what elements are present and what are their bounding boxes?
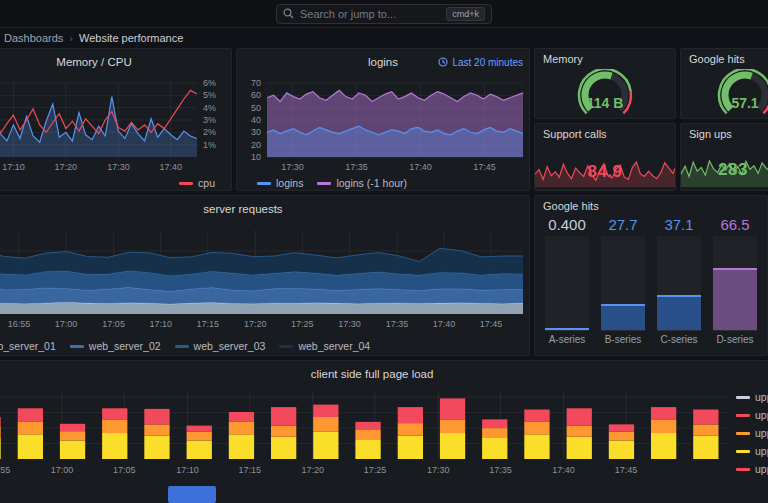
x-axis-label: 17:10 — [2, 162, 25, 172]
client-load-chart[interactable]: 16:5517:0017:0517:1017:1517:2017:2517:30… — [0, 387, 768, 487]
legend-item-upper_75[interactable]: upper_75 — [736, 427, 768, 439]
y-axis-label: 10 — [251, 152, 261, 162]
x-axis-label: 17:30 — [338, 319, 361, 329]
panel-title-support-calls[interactable]: Support calls — [535, 124, 675, 144]
x-axis-label: 17:00 — [55, 319, 78, 329]
memory-cpu-chart[interactable]: 1%2%3%4%5%6%17:0017:1017:2017:3017:40 — [0, 75, 232, 175]
logins-chart[interactable]: 1020304050607017:3017:3517:4017:45 — [237, 75, 530, 175]
bar-segment-upper_25 — [482, 438, 507, 459]
bar-gauge-value: 0.400 — [545, 216, 589, 236]
legend-item-web_server_01[interactable]: web_server_01 — [0, 340, 56, 352]
bar-segment-upper_50 — [313, 417, 338, 432]
panel-title-memory-cpu[interactable]: Memory / CPU — [0, 49, 231, 75]
bar-segment-upper_25 — [187, 441, 212, 460]
bar-segment-upper_25 — [60, 441, 85, 460]
bar-gauge-column-A-series[interactable]: 0.400A-series — [545, 216, 589, 347]
x-axis-label: 16:55 — [0, 465, 10, 475]
panel-client-load: client side full page load 16:5517:0017:… — [0, 360, 768, 503]
panel-title-text: logins — [368, 56, 398, 68]
x-axis-label: 17:40 — [160, 162, 183, 172]
y-axis-label: 60 — [251, 90, 261, 100]
bar-segment-upper_25 — [609, 441, 634, 460]
bar-segment-upper_75 — [355, 422, 380, 429]
legend-item-web_server_03[interactable]: web_server_03 — [175, 340, 266, 352]
bar-segment-upper_25 — [229, 434, 254, 459]
legend-swatch — [175, 345, 189, 348]
x-axis-label: 17:45 — [473, 162, 496, 172]
bar-segment-upper_50 — [524, 422, 549, 434]
panel-title-text: Support calls — [543, 128, 607, 140]
legend-item-web_server_04[interactable]: web_server_04 — [279, 340, 370, 352]
bar-segment-upper_50 — [60, 431, 85, 440]
server-requests-chart[interactable]: 16:5517:0017:0517:1017:1517:2017:2517:30… — [0, 222, 530, 338]
bar-segment-upper_25 — [102, 433, 127, 459]
bar-gauge-track — [545, 236, 589, 331]
bar-segment-upper_75 — [144, 409, 169, 425]
panel-logins: logins Last 20 minutes 1020304050607017:… — [236, 48, 530, 191]
bar-segment-upper_75 — [524, 410, 549, 422]
search-icon — [283, 8, 294, 19]
legend-item-upper_90[interactable]: upper_90 — [736, 445, 768, 457]
panel-title-google-hits[interactable]: Google hits — [681, 49, 768, 69]
bar-segment-upper_50 — [102, 419, 127, 433]
bar-segment-upper_75 — [229, 412, 254, 422]
panel-title-sign-ups[interactable]: Sign ups — [681, 124, 768, 144]
x-axis-label: 17:10 — [176, 465, 199, 475]
blue-badge[interactable] — [168, 486, 216, 503]
legend-item-logins[interactable]: logins — [257, 177, 303, 189]
panel-title-memory[interactable]: Memory — [535, 49, 675, 69]
search-box[interactable]: cmd+k — [276, 4, 492, 24]
x-axis-label: 17:45 — [615, 465, 638, 475]
bar-gauge-column-C-series[interactable]: 37.1C-series — [657, 216, 701, 347]
x-axis-label: 17:30 — [427, 465, 450, 475]
grafana-dashboard: cmd+k Dashboards › Website performance M… — [0, 0, 768, 503]
memory-gauge: 114 B — [545, 69, 665, 115]
y-axis-label: 70 — [251, 78, 261, 88]
bar-segment-upper_75 — [271, 407, 296, 426]
y-axis-label: 3% — [203, 115, 216, 125]
bar-segment-upper_75 — [187, 426, 212, 432]
legend-item-cpu[interactable]: cpu — [179, 177, 215, 189]
bar-segment-upper_75 — [567, 408, 592, 425]
panel-title-server-requests[interactable]: server requests — [0, 196, 529, 222]
legend-item-upper_25[interactable]: upper_25 — [736, 391, 768, 403]
bar-segment-upper_75 — [18, 408, 43, 422]
y-axis-label: 5% — [203, 90, 216, 100]
x-axis-label: 17:00 — [51, 465, 74, 475]
legend-item-web_server_02[interactable]: web_server_02 — [70, 340, 161, 352]
panel-title-google-hits-bars[interactable]: Google hits — [535, 196, 767, 216]
breadcrumb-current[interactable]: Website performance — [79, 32, 183, 44]
x-axis-label: 17:20 — [55, 162, 78, 172]
bar-gauge-label: A-series — [545, 331, 589, 347]
panel-server-requests: server requests 16:5517:0017:0517:1017:1… — [0, 195, 530, 356]
time-range-link[interactable]: Last 20 minutes — [438, 49, 523, 75]
logins-legend: loginslogins (-1 hour) — [237, 175, 529, 191]
legend-item-logins (-1 hour)[interactable]: logins (-1 hour) — [317, 177, 407, 189]
panel-google-hits-bars: Google hits 0.400A-series27.7B-series37.… — [534, 195, 768, 356]
panel-title-logins[interactable]: logins Last 20 minutes — [237, 49, 529, 75]
legend-item-upper_95[interactable]: upper_95 — [736, 463, 768, 475]
client-load-legend: upper_25upper_50upper_75upper_90upper_95 — [736, 391, 768, 475]
breadcrumb-dashboards[interactable]: Dashboards — [4, 32, 63, 44]
bar-segment-upper_50 — [693, 424, 718, 435]
legend-swatch — [279, 345, 293, 348]
bar-gauge-column-B-series[interactable]: 27.7B-series — [601, 216, 645, 347]
y-axis-label: 4% — [203, 103, 216, 113]
legend-swatch — [317, 182, 331, 185]
clock-icon — [438, 57, 448, 67]
x-axis-label: 17:15 — [238, 465, 261, 475]
x-axis-label: 17:45 — [480, 319, 503, 329]
legend-swatch — [736, 414, 750, 417]
bar-segment-upper_25 — [693, 436, 718, 460]
legend-item-upper_50[interactable]: upper_50 — [736, 409, 768, 421]
x-axis-label: 17:10 — [149, 319, 172, 329]
search-input[interactable] — [300, 8, 440, 20]
bar-gauge-column-D-series[interactable]: 66.5D-series — [713, 216, 757, 347]
panel-title-client-load[interactable]: client side full page load — [0, 361, 768, 387]
panel-memory-gauge: Memory 114 B — [534, 48, 676, 119]
bar-gauge-value: 27.7 — [601, 216, 645, 236]
stack-area-web_server_04 — [0, 248, 523, 275]
x-axis-label: 17:20 — [244, 319, 267, 329]
panel-memory-cpu: Memory / CPU 1%2%3%4%5%6%17:0017:1017:20… — [0, 48, 232, 191]
bar-segment-upper_25 — [398, 436, 423, 460]
